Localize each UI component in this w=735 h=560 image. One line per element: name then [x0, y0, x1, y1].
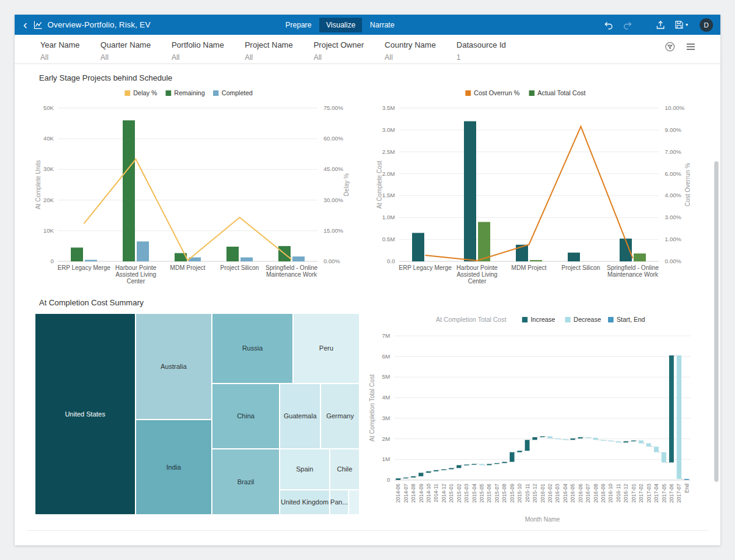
waterfall-bar[interactable] — [479, 464, 484, 465]
save-icon[interactable]: ▾ — [675, 20, 688, 29]
waterfall-bar[interactable] — [464, 465, 469, 465]
filter-value: All — [40, 53, 80, 62]
filter-label: Datasource Id — [457, 40, 506, 49]
waterfall-bar[interactable] — [556, 438, 560, 439]
waterfall-bar[interactable] — [411, 476, 416, 478]
units-combo-chart[interactable]: 010K20K30K40K50K0.00%15.00%30.00%45.00%6… — [31, 86, 357, 289]
filter-year-name[interactable]: Year NameAll — [40, 40, 80, 62]
treemap-node-china[interactable]: China — [212, 384, 280, 449]
waterfall-bar[interactable] — [593, 438, 598, 440]
filter-country-name[interactable]: Country NameAll — [385, 40, 436, 62]
svg-text:2014-06: 2014-06 — [395, 484, 401, 503]
waterfall-bar[interactable] — [631, 440, 636, 441]
waterfall-bar[interactable] — [494, 463, 499, 464]
treemap-node-united-kingdom[interactable]: United Kingdom — [280, 490, 330, 515]
waterfall-bar[interactable] — [609, 440, 614, 441]
waterfall-bar[interactable] — [669, 355, 674, 462]
waterfall-bar[interactable] — [601, 440, 606, 440]
waterfall-bar[interactable] — [639, 440, 643, 443]
waterfall-bar[interactable] — [472, 464, 477, 465]
filter-project-name[interactable]: Project NameAll — [245, 40, 293, 62]
waterfall-bar[interactable] — [540, 437, 545, 437]
waterfall-bar[interactable] — [487, 464, 492, 465]
bar-actual-total-cost[interactable] — [478, 222, 490, 261]
vertical-scrollbar[interactable] — [714, 161, 719, 482]
waterfall-bar[interactable] — [578, 437, 583, 438]
treemap-node-russia[interactable]: Russia — [212, 313, 293, 384]
bar-completed[interactable] — [241, 257, 253, 261]
waterfall-bar[interactable] — [684, 479, 689, 480]
treemap-node-chile[interactable]: Chile — [330, 449, 360, 490]
treemap-node-australia[interactable]: Australia — [136, 313, 212, 420]
waterfall-bar[interactable] — [457, 465, 462, 468]
svg-text:2016-10: 2016-10 — [607, 484, 614, 503]
bar-at-complete-cost[interactable] — [464, 122, 476, 261]
treemap-node-guatemala[interactable]: Guatemala — [280, 384, 320, 449]
waterfall-bar[interactable] — [677, 355, 682, 479]
bar-completed[interactable] — [85, 260, 97, 261]
treemap-node-india[interactable]: India — [136, 420, 212, 515]
waterfall-bar[interactable] — [502, 462, 507, 463]
bar-remaining[interactable] — [226, 247, 239, 261]
export-icon[interactable] — [656, 20, 665, 30]
waterfall-bar[interactable] — [570, 438, 575, 440]
waterfall-bar[interactable] — [396, 478, 400, 480]
waterfall-bar[interactable] — [517, 451, 522, 452]
waterfall-bar[interactable] — [525, 440, 530, 451]
tab-narrate[interactable]: Narrate — [363, 18, 401, 32]
waterfall-bar[interactable] — [623, 442, 628, 443]
treemap-node-brazil[interactable]: Brazil — [212, 449, 280, 515]
waterfall-bar[interactable] — [548, 437, 552, 438]
bar-at-complete-cost[interactable] — [412, 233, 424, 261]
waterfall-bar[interactable] — [654, 446, 659, 452]
filter-quarter-name[interactable]: Quarter NameAll — [101, 40, 151, 62]
waterfall-bar[interactable] — [510, 453, 515, 462]
bar-remaining[interactable] — [123, 120, 135, 261]
tab-visualize[interactable]: Visualize — [319, 18, 362, 32]
undo-icon[interactable] — [604, 20, 614, 30]
redo-icon[interactable] — [623, 20, 632, 30]
svg-text:5M: 5M — [382, 373, 390, 380]
filter-label: Portfolio Name — [172, 40, 224, 49]
filter-project-owner[interactable]: Project OwnerAll — [314, 40, 364, 62]
treemap-node-pan[interactable]: Pan... — [330, 490, 349, 515]
country-treemap[interactable]: United StatesAustraliaIndiaRussiaPeruChi… — [35, 313, 360, 515]
waterfall-bar[interactable] — [646, 443, 651, 446]
bar-remaining[interactable] — [71, 247, 83, 261]
tab-prepare[interactable]: Prepare — [279, 18, 319, 32]
cost-combo-chart[interactable]: 0.00.5M1.0M1.5M2.0M2.5M3.0M3.5M0.00%1.00… — [372, 86, 698, 289]
bar-at-complete-cost[interactable] — [568, 253, 580, 261]
waterfall-bar[interactable] — [449, 468, 454, 469]
treemap-node-spain[interactable]: Spain — [280, 449, 330, 490]
bar-completed[interactable] — [292, 256, 305, 261]
svg-text:2016-01: 2016-01 — [540, 484, 546, 503]
svg-text:50K: 50K — [43, 104, 54, 111]
canvas-menu-icon[interactable] — [686, 42, 696, 52]
treemap-node[interactable] — [349, 490, 360, 515]
waterfall-bar[interactable] — [434, 470, 439, 471]
bar-completed[interactable] — [137, 241, 149, 261]
waterfall-bar[interactable] — [662, 453, 667, 463]
treemap-node-peru[interactable]: Peru — [293, 313, 360, 384]
waterfall-bar[interactable] — [563, 439, 568, 440]
bar-actual-total-cost[interactable] — [634, 253, 646, 261]
line-cost-overrun-[interactable] — [425, 126, 633, 261]
waterfall-bar[interactable] — [585, 437, 590, 438]
treemap-node-germany[interactable]: Germany — [320, 384, 360, 449]
cost-waterfall-chart[interactable]: 01M2M3M4M5M6M7MAt Completion Total CostM… — [367, 315, 704, 525]
line-delay-[interactable] — [84, 159, 292, 261]
bar-actual-total-cost[interactable] — [530, 260, 542, 261]
waterfall-bar[interactable] — [441, 470, 446, 470]
waterfall-bar[interactable] — [426, 471, 431, 473]
save-dropdown-caret[interactable]: ▾ — [686, 22, 688, 27]
waterfall-bar[interactable] — [419, 473, 424, 476]
back-button[interactable]: ‹ — [22, 18, 32, 32]
waterfall-bar[interactable] — [532, 437, 537, 440]
user-avatar[interactable]: D — [700, 18, 713, 32]
filter-datasource-id[interactable]: Datasource Id1 — [457, 40, 506, 62]
limit-values-icon[interactable] — [665, 42, 675, 52]
filter-portfolio-name[interactable]: Portfolio NameAll — [172, 40, 224, 62]
treemap-node-united-states[interactable]: United States — [35, 313, 136, 515]
waterfall-bar[interactable] — [616, 442, 621, 443]
waterfall-bar[interactable] — [404, 478, 408, 478]
